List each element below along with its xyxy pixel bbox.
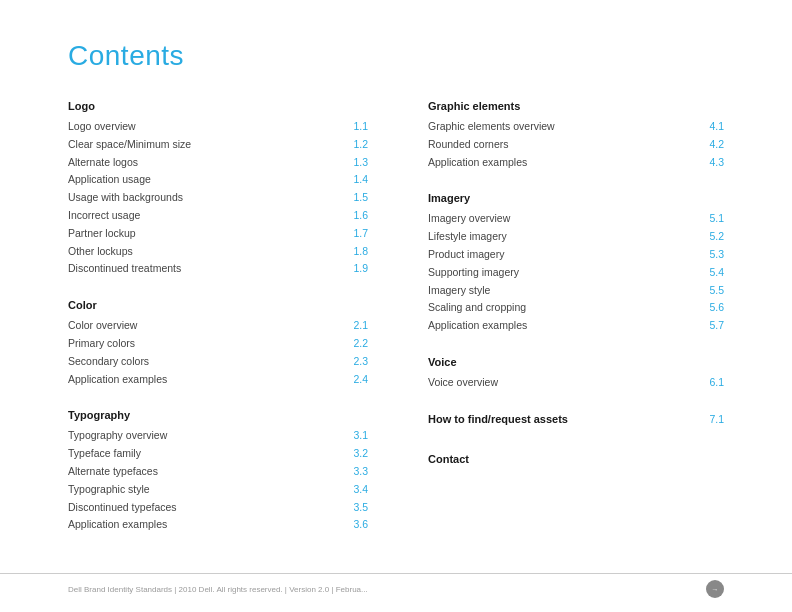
toc-row: Application examples3.6 (68, 516, 368, 533)
toc-num: 5.4 (704, 266, 724, 278)
section-color: ColorColor overview2.1Primary colors2.2S… (68, 299, 368, 387)
toc-row: Imagery overview5.1 (428, 210, 724, 227)
section-typography: TypographyTypography overview3.1Typeface… (68, 409, 368, 533)
toc-num: 2.1 (348, 319, 368, 331)
section-voice: VoiceVoice overview6.1 (428, 356, 724, 391)
toc-num: 3.3 (348, 465, 368, 477)
section-assets: How to find/request assets7.1 (428, 413, 724, 431)
toc-row: Logo overview1.1 (68, 118, 368, 135)
toc-num: 1.5 (348, 191, 368, 203)
toc-label: Usage with backgrounds (68, 189, 183, 206)
section-contact: Contact (428, 453, 724, 465)
toc-label: Logo overview (68, 118, 136, 135)
section-title-imagery: Imagery (428, 192, 724, 204)
toc-row-assets: How to find/request assets7.1 (428, 413, 724, 431)
toc-row: Other lockups1.8 (68, 243, 368, 260)
toc-num: 1.6 (348, 209, 368, 221)
toc-label: Other lockups (68, 243, 133, 260)
toc-num: 3.4 (348, 483, 368, 495)
toc-row: Color overview2.1 (68, 317, 368, 334)
page-title: Contents (68, 40, 724, 72)
toc-num: 5.3 (704, 248, 724, 260)
toc-row: Product imagery5.3 (428, 246, 724, 263)
toc-row: Discontinued treatments1.9 (68, 260, 368, 277)
section-imagery: ImageryImagery overview5.1Lifestyle imag… (428, 192, 724, 334)
toc-num: 3.2 (348, 447, 368, 459)
toc-label: Application usage (68, 171, 151, 188)
toc-num-assets: 7.1 (704, 413, 724, 425)
toc-num: 2.4 (348, 373, 368, 385)
section-graphic-elements: Graphic elementsGraphic elements overvie… (428, 100, 724, 170)
toc-row: Alternate typefaces3.3 (68, 463, 368, 480)
toc-num: 2.3 (348, 355, 368, 367)
toc-num: 1.7 (348, 227, 368, 239)
toc-label: Color overview (68, 317, 137, 334)
toc-row: Incorrect usage1.6 (68, 207, 368, 224)
section-title-assets: How to find/request assets (428, 413, 568, 425)
toc-num: 6.1 (704, 376, 724, 388)
section-title-color: Color (68, 299, 368, 311)
toc-row: Secondary colors2.3 (68, 353, 368, 370)
section-title-contact: Contact (428, 453, 724, 465)
footer: Dell Brand Identity Standards | 2010 Del… (0, 573, 792, 598)
toc-label: Partner lockup (68, 225, 136, 242)
page: Contents LogoLogo overview1.1Clear space… (0, 0, 792, 612)
toc-num: 5.7 (704, 319, 724, 331)
toc-row: Scaling and cropping5.6 (428, 299, 724, 316)
toc-label: Discontinued typefaces (68, 499, 177, 516)
toc-label: Alternate logos (68, 154, 138, 171)
toc-row: Partner lockup1.7 (68, 225, 368, 242)
toc-label: Imagery overview (428, 210, 510, 227)
toc-row: Application examples2.4 (68, 371, 368, 388)
toc-row: Alternate logos1.3 (68, 154, 368, 171)
toc-row: Typographic style3.4 (68, 481, 368, 498)
toc-num: 1.4 (348, 173, 368, 185)
toc-row: Clear space/Minimum size1.2 (68, 136, 368, 153)
toc-row: Typeface family3.2 (68, 445, 368, 462)
toc-label: Scaling and cropping (428, 299, 526, 316)
toc-row: Discontinued typefaces3.5 (68, 499, 368, 516)
toc-label: Graphic elements overview (428, 118, 555, 135)
toc-row: Usage with backgrounds1.5 (68, 189, 368, 206)
toc-num: 3.5 (348, 501, 368, 513)
toc-num: 1.9 (348, 262, 368, 274)
toc-label: Lifestyle imagery (428, 228, 507, 245)
section-title-logo: Logo (68, 100, 368, 112)
toc-label: Clear space/Minimum size (68, 136, 191, 153)
toc-row: Supporting imagery5.4 (428, 264, 724, 281)
toc-num: 2.2 (348, 337, 368, 349)
toc-label: Secondary colors (68, 353, 149, 370)
toc-num: 5.1 (704, 212, 724, 224)
toc-label: Supporting imagery (428, 264, 519, 281)
section-logo: LogoLogo overview1.1Clear space/Minimum … (68, 100, 368, 277)
toc-num: 1.1 (348, 120, 368, 132)
toc-num: 5.6 (704, 301, 724, 313)
toc-row: Typography overview3.1 (68, 427, 368, 444)
toc-label: Application examples (428, 154, 527, 171)
toc-label: Application examples (428, 317, 527, 334)
toc-row: Imagery style5.5 (428, 282, 724, 299)
toc-num: 1.3 (348, 156, 368, 168)
toc-row: Graphic elements overview4.1 (428, 118, 724, 135)
toc-label: Product imagery (428, 246, 504, 263)
section-title-graphic-elements: Graphic elements (428, 100, 724, 112)
toc-label: Primary colors (68, 335, 135, 352)
toc-num: 1.8 (348, 245, 368, 257)
toc-num: 5.5 (704, 284, 724, 296)
left-column: LogoLogo overview1.1Clear space/Minimum … (68, 100, 368, 555)
right-column: Graphic elementsGraphic elements overvie… (368, 100, 724, 555)
toc-row: Voice overview6.1 (428, 374, 724, 391)
toc-label: Typography overview (68, 427, 167, 444)
toc-label: Alternate typefaces (68, 463, 158, 480)
toc-row: Application usage1.4 (68, 171, 368, 188)
toc-label: Rounded corners (428, 136, 509, 153)
toc-row: Application examples5.7 (428, 317, 724, 334)
footer-text: Dell Brand Identity Standards | 2010 Del… (68, 585, 368, 594)
toc-label: Typeface family (68, 445, 141, 462)
toc-columns: LogoLogo overview1.1Clear space/Minimum … (68, 100, 724, 555)
toc-num: 3.6 (348, 518, 368, 530)
toc-row: Lifestyle imagery5.2 (428, 228, 724, 245)
footer-icon: → (706, 580, 724, 598)
toc-row: Primary colors2.2 (68, 335, 368, 352)
section-title-typography: Typography (68, 409, 368, 421)
